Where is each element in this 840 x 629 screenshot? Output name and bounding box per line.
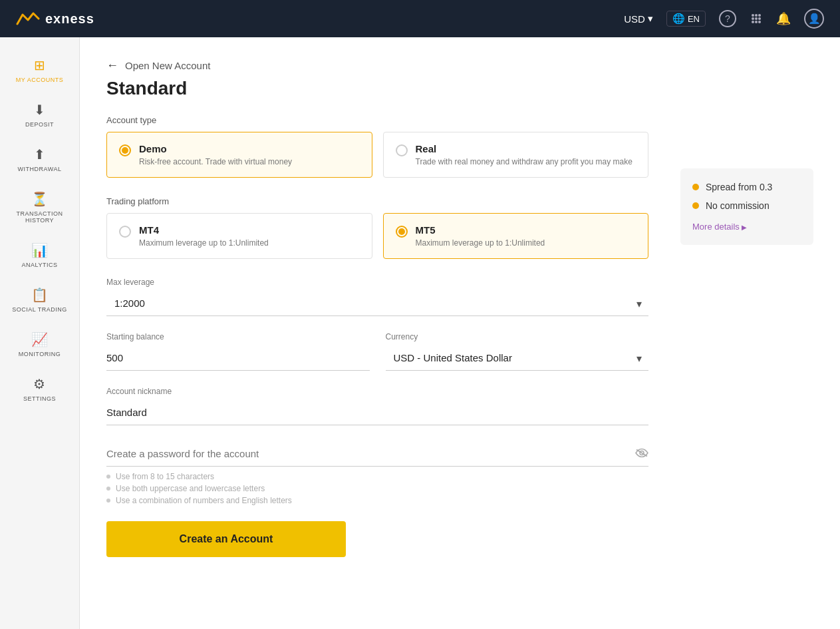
settings-icon: ⚙ [33,376,46,392]
password-input[interactable] [106,441,648,467]
starting-balance-label: Starting balance [106,332,370,341]
info-panel: Spread from 0.3 No commission More detai… [680,168,813,245]
demo-card-title: Demo [139,143,292,154]
monitoring-icon: 📈 [31,331,49,347]
main-content: ← Open New Account Standard Account type… [80,37,840,629]
sidebar-label-my-accounts: MY ACCOUNTS [16,77,63,83]
pw-hint-3: Use a combination of numbers and English… [106,496,648,505]
commission-dot [692,202,699,209]
svg-point-7 [755,21,758,23]
create-account-button[interactable]: Create an Account [106,521,346,557]
sidebar-label-deposit: DEPOSIT [25,121,54,128]
svg-point-0 [752,14,754,17]
pw-hint-2: Use both uppercase and lowercase letters [106,484,648,493]
apps-icon[interactable] [750,12,763,25]
logo-area: exness [16,11,94,27]
bell-icon[interactable]: 🔔 [776,11,791,26]
back-label: Open New Account [125,60,210,71]
back-navigation[interactable]: ← Open New Account [106,59,813,73]
real-radio[interactable] [396,144,408,156]
max-leverage-select[interactable]: 1:2000 1:1000 1:500 1:200 1:100 1:50 [106,291,648,316]
pw-hint-dot-2 [106,487,110,491]
demo-card-desc: Risk-free account. Trade with virtual mo… [139,157,292,166]
form-area: Account type Demo Risk-free account. Tra… [106,115,648,557]
exness-logo-icon [16,11,40,27]
real-card-title: Real [416,143,632,154]
nickname-input[interactable] [106,400,648,425]
password-hints: Use from 8 to 15 characters Use both upp… [106,472,648,505]
social-trading-icon: 📋 [31,287,49,303]
spread-text: Spread from 0.3 [706,182,772,192]
max-leverage-select-wrapper: 1:2000 1:1000 1:500 1:200 1:100 1:50 ▾ [106,291,648,316]
logo-text: exness [45,11,94,27]
mt4-card-title: MT4 [139,224,269,236]
mt5-card-desc: Maximum leverage up to 1:Unlimited [416,238,545,248]
transaction-history-icon: ⏳ [31,191,49,207]
analytics-icon: 📊 [31,242,49,258]
sidebar-item-monitoring[interactable]: 📈 MONITORING [0,322,79,367]
content-row: Account type Demo Risk-free account. Tra… [106,115,813,557]
sidebar-label-monitoring: MONITORING [19,351,61,357]
demo-radio[interactable] [119,144,131,156]
mt5-radio[interactable] [396,226,408,238]
starting-balance-input[interactable] [106,345,370,371]
mt5-card-title: MT5 [416,224,545,236]
info-item-commission: No commission [692,200,801,211]
top-navigation: exness USD ▾ 🌐 EN ? 🔔 👤 [0,0,840,37]
trading-platform-label: Trading platform [106,196,648,206]
topnav-actions: USD ▾ 🌐 EN ? 🔔 👤 [624,9,824,29]
starting-balance-col: Starting balance [106,332,370,371]
my-accounts-icon: ⊞ [34,57,46,73]
info-card: Spread from 0.3 No commission More detai… [680,168,813,245]
svg-point-4 [755,17,758,20]
svg-point-3 [752,17,754,20]
svg-point-5 [758,17,761,20]
real-card-content: Real Trade with real money and withdraw … [416,143,632,166]
sidebar-item-analytics[interactable]: 📊 ANALYTICS [0,233,79,278]
sidebar-item-transaction-history[interactable]: ⏳ TRANSACTION HISTORY [0,182,79,233]
pw-hint-dot-1 [106,475,110,479]
sidebar-item-settings[interactable]: ⚙ SETTINGS [0,367,79,411]
nickname-group: Account nickname [106,387,648,425]
password-group: Use from 8 to 15 characters Use both upp… [106,441,648,505]
help-icon[interactable]: ? [719,10,736,27]
sidebar-item-withdrawal[interactable]: ⬆ WITHDRAWAL [0,137,79,182]
mt5-platform-card[interactable]: MT5 Maximum leverage up to 1:Unlimited [383,213,649,259]
sidebar-item-my-accounts[interactable]: ⊞ MY ACCOUNTS [0,48,79,93]
demo-card-content: Demo Risk-free account. Trade with virtu… [139,143,292,166]
platform-cards: MT4 Maximum leverage up to 1:Unlimited M… [106,213,648,259]
currency-button[interactable]: USD ▾ [624,13,653,25]
real-card-desc: Trade with real money and withdraw any p… [416,157,632,166]
currency-col: Currency USD - United States Dollar EUR … [386,332,649,371]
sidebar-label-withdrawal: WITHDRAWAL [18,166,62,172]
balance-currency-row: Starting balance Currency USD - United S… [106,332,648,371]
language-button[interactable]: 🌐 EN [666,11,706,27]
account-type-cards: Demo Risk-free account. Trade with virtu… [106,132,648,178]
user-icon[interactable]: 👤 [804,9,824,29]
sidebar-label-analytics: ANALYTICS [22,262,58,268]
sidebar-label-social-trading: SOCIAL TRADING [12,306,67,313]
sidebar-item-social-trading[interactable]: 📋 SOCIAL TRADING [0,278,79,322]
currency-select[interactable]: USD - United States Dollar EUR - Euro GB… [386,345,649,371]
demo-account-card[interactable]: Demo Risk-free account. Trade with virtu… [106,132,372,178]
real-account-card[interactable]: Real Trade with real money and withdraw … [383,132,649,178]
commission-text: No commission [706,200,770,211]
password-visibility-icon[interactable] [635,447,648,461]
mt4-platform-card[interactable]: MT4 Maximum leverage up to 1:Unlimited [106,213,372,259]
deposit-icon: ⬇ [34,102,46,118]
sidebar-label-settings: SETTINGS [23,395,56,402]
sidebar-item-deposit[interactable]: ⬇ DEPOSIT [0,93,79,137]
more-details-link[interactable]: More details ▶ [692,222,747,232]
mt4-radio[interactable] [119,226,131,238]
mt5-card-content: MT5 Maximum leverage up to 1:Unlimited [416,224,545,248]
max-leverage-label: Max leverage [106,278,648,287]
nickname-label: Account nickname [106,387,648,396]
mt4-card-desc: Maximum leverage up to 1:Unlimited [139,238,269,248]
svg-point-8 [758,21,761,23]
svg-point-1 [755,14,758,17]
sidebar: ⊞ MY ACCOUNTS ⬇ DEPOSIT ⬆ WITHDRAWAL ⏳ T… [0,37,80,629]
currency-select-wrapper: USD - United States Dollar EUR - Euro GB… [386,345,649,371]
withdrawal-icon: ⬆ [34,146,46,162]
password-wrapper [106,441,648,467]
max-leverage-group: Max leverage 1:2000 1:1000 1:500 1:200 1… [106,278,648,316]
